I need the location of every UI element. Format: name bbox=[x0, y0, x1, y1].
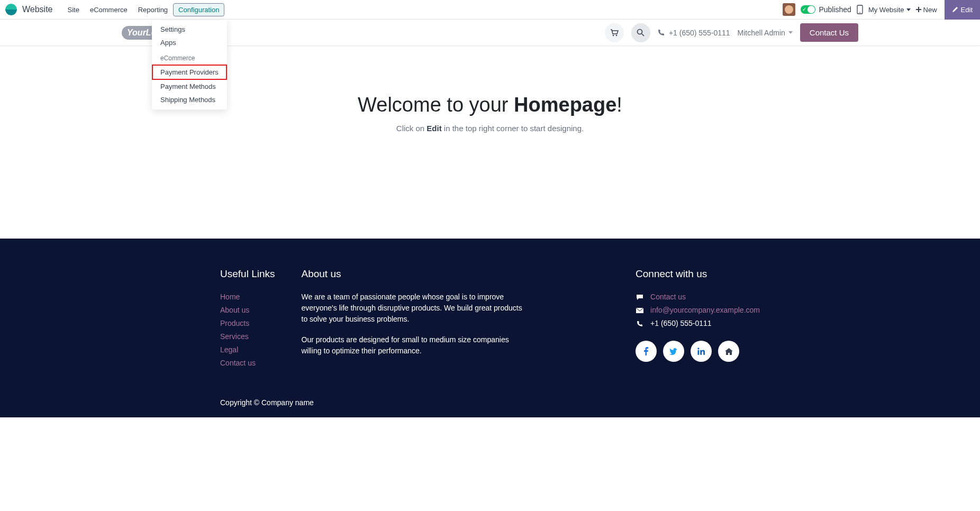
footer-email-link[interactable]: info@yourcompany.example.com bbox=[650, 305, 760, 316]
menu-ecommerce[interactable]: eCommerce bbox=[85, 3, 133, 16]
publish-toggle[interactable]: Published bbox=[801, 5, 851, 14]
site-footer: Useful Links Home About us Products Serv… bbox=[0, 239, 980, 417]
new-button[interactable]: New bbox=[916, 6, 937, 14]
footer-links-title: Useful Links bbox=[220, 268, 275, 280]
dropdown-settings[interactable]: Settings bbox=[152, 23, 227, 36]
svg-line-5 bbox=[642, 34, 644, 36]
app-title[interactable]: Website bbox=[22, 5, 53, 14]
footer-about-title: About us bbox=[302, 268, 529, 280]
social-row bbox=[636, 341, 760, 362]
linkedin-icon bbox=[697, 348, 705, 355]
top-menu: Site eCommerce Reporting Configuration bbox=[62, 3, 225, 16]
footer-link-home[interactable]: Home bbox=[220, 291, 275, 303]
caret-down-icon bbox=[906, 8, 911, 11]
site-header-right: +1 (650) 555-0111 Mitchell Admin Contact… bbox=[605, 23, 858, 42]
footer-link-contact[interactable]: Contact us bbox=[220, 358, 275, 369]
cart-icon bbox=[610, 29, 619, 36]
edit-button[interactable]: Edit bbox=[945, 0, 980, 20]
website-switcher[interactable]: My Website bbox=[868, 6, 911, 14]
toggle-switch-icon bbox=[801, 5, 815, 14]
social-home[interactable] bbox=[718, 341, 739, 362]
dropdown-payment-methods[interactable]: Payment Methods bbox=[152, 80, 227, 93]
footer-connect-title: Connect with us bbox=[636, 268, 760, 280]
footer-about-p2: Our products are designed for small to m… bbox=[302, 334, 529, 357]
home-icon bbox=[725, 348, 733, 355]
app-logo-icon bbox=[5, 4, 17, 15]
footer-about-p1: We are a team of passionate people whose… bbox=[302, 291, 529, 325]
social-linkedin[interactable] bbox=[691, 341, 712, 362]
facebook-icon bbox=[644, 347, 648, 355]
dropdown-section-ecommerce: eCommerce bbox=[152, 49, 227, 65]
footer-contact-link[interactable]: Contact us bbox=[650, 291, 686, 303]
footer-connect-col: Connect with us Contact us info@yourcomp… bbox=[636, 268, 760, 369]
header-phone: +1 (650) 555-0111 bbox=[658, 29, 730, 37]
svg-point-3 bbox=[616, 34, 618, 36]
envelope-icon bbox=[636, 308, 644, 313]
published-label: Published bbox=[819, 5, 851, 14]
social-facebook[interactable] bbox=[636, 341, 657, 362]
footer-copyright: Copyright © Company name bbox=[210, 398, 770, 407]
search-icon bbox=[637, 29, 645, 36]
mobile-icon bbox=[857, 5, 863, 14]
mobile-preview-button[interactable] bbox=[857, 5, 863, 14]
cart-button[interactable] bbox=[605, 23, 624, 42]
caret-down-icon bbox=[788, 31, 793, 34]
contact-us-button[interactable]: Contact Us bbox=[800, 23, 858, 42]
svg-point-4 bbox=[638, 30, 642, 34]
configuration-dropdown: Settings Apps eCommerce Payment Provider… bbox=[152, 20, 227, 110]
social-twitter[interactable] bbox=[663, 341, 684, 362]
menu-configuration[interactable]: Configuration bbox=[173, 3, 224, 16]
svg-point-8 bbox=[697, 348, 699, 349]
chat-icon bbox=[636, 294, 644, 300]
hero-section: Welcome to your Homepage! Click on Edit … bbox=[0, 46, 980, 239]
dropdown-payment-providers[interactable]: Payment Providers bbox=[152, 65, 227, 80]
svg-point-2 bbox=[613, 34, 614, 36]
svg-rect-7 bbox=[698, 350, 700, 355]
plus-icon bbox=[916, 7, 921, 12]
footer-link-products[interactable]: Products bbox=[220, 318, 275, 329]
footer-links-col: Useful Links Home About us Products Serv… bbox=[220, 268, 275, 369]
footer-link-about[interactable]: About us bbox=[220, 305, 275, 316]
footer-link-services[interactable]: Services bbox=[220, 331, 275, 342]
footer-link-legal[interactable]: Legal bbox=[220, 344, 275, 355]
dropdown-apps[interactable]: Apps bbox=[152, 36, 227, 49]
hero-subtitle: Click on Edit in the top right corner to… bbox=[11, 124, 969, 133]
pencil-icon bbox=[952, 6, 958, 13]
user-avatar-icon[interactable] bbox=[783, 3, 795, 16]
search-button[interactable] bbox=[631, 23, 650, 42]
svg-point-1 bbox=[859, 12, 860, 13]
footer-phone[interactable]: +1 (650) 555-0111 bbox=[650, 318, 712, 329]
phone-icon bbox=[636, 321, 644, 327]
menu-site[interactable]: Site bbox=[62, 3, 85, 16]
footer-about-col: About us We are a team of passionate peo… bbox=[302, 268, 529, 369]
phone-icon bbox=[658, 29, 665, 36]
dropdown-shipping-methods[interactable]: Shipping Methods bbox=[152, 93, 227, 106]
site-header: YourLogo Contact us +1 (650) 555-0111 Mi… bbox=[0, 20, 980, 46]
top-right: Published My Website New Edit bbox=[783, 0, 974, 20]
user-dropdown[interactable]: Mitchell Admin bbox=[738, 29, 793, 37]
my-website-label: My Website bbox=[868, 6, 904, 14]
app-top-bar: Website Site eCommerce Reporting Configu… bbox=[0, 0, 980, 20]
menu-reporting[interactable]: Reporting bbox=[133, 3, 173, 16]
twitter-icon bbox=[669, 348, 678, 355]
